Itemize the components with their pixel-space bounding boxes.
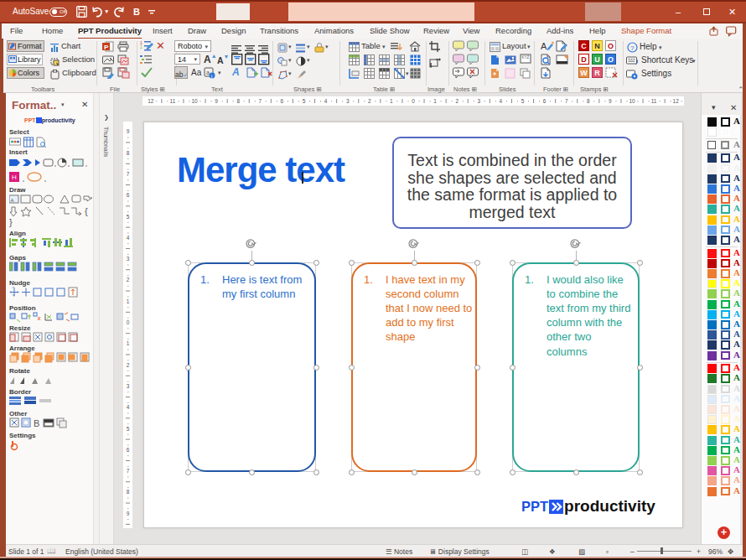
svg-text:?: ? <box>630 44 635 52</box>
svg-text:5: 5 <box>127 214 130 220</box>
svg-text:1: 1 <box>127 340 130 346</box>
svg-text:6: 6 <box>127 192 130 198</box>
svg-text:2: 2 <box>455 98 458 104</box>
svg-text:10: 10 <box>629 98 635 104</box>
svg-text:0: 0 <box>412 98 415 104</box>
svg-text:12: 12 <box>148 98 154 104</box>
svg-text:11: 11 <box>651 98 657 104</box>
svg-text:4: 4 <box>127 404 130 410</box>
svg-text:KYZ: KYZ <box>522 55 530 60</box>
svg-text:a: a <box>206 70 210 75</box>
svg-text:3: 3 <box>127 383 130 389</box>
svg-text:{: { <box>85 206 89 216</box>
svg-text:1: 1 <box>127 298 130 304</box>
svg-text:9: 9 <box>609 98 612 104</box>
svg-text:7: 7 <box>258 98 262 104</box>
svg-text:0: 0 <box>127 319 130 325</box>
svg-text:2: 2 <box>140 44 142 49</box>
svg-text:9: 9 <box>215 98 218 104</box>
svg-text:2: 2 <box>127 277 130 283</box>
svg-text:11: 11 <box>170 98 176 104</box>
svg-text:7: 7 <box>127 171 130 177</box>
svg-text:9: 9 <box>127 128 130 134</box>
svg-text:H: H <box>12 174 18 181</box>
svg-text:5: 5 <box>127 426 130 432</box>
svg-text:7: 7 <box>565 98 568 104</box>
svg-text:5: 5 <box>303 98 306 104</box>
svg-text:6: 6 <box>543 98 547 104</box>
svg-text:9: 9 <box>127 511 130 516</box>
svg-text:8: 8 <box>587 98 590 104</box>
svg-text:3: 3 <box>127 256 130 262</box>
svg-text:3: 3 <box>477 98 480 104</box>
svg-text:2: 2 <box>127 362 130 368</box>
svg-text:B: B <box>34 418 40 428</box>
svg-text:12: 12 <box>673 98 680 104</box>
svg-text:3: 3 <box>346 98 350 104</box>
svg-text:4: 4 <box>127 235 130 241</box>
svg-text:8: 8 <box>127 489 130 495</box>
svg-text:10: 10 <box>191 98 198 104</box>
svg-text:1: 1 <box>433 98 437 104</box>
svg-text:4: 4 <box>500 98 503 104</box>
svg-text:4: 4 <box>324 98 328 104</box>
svg-text:A: A <box>541 41 547 51</box>
svg-text:8: 8 <box>236 98 240 104</box>
svg-text:5: 5 <box>521 98 525 104</box>
svg-text:A: A <box>11 198 15 203</box>
svg-text:2: 2 <box>368 98 371 104</box>
svg-text:1: 1 <box>390 98 393 104</box>
svg-text:6: 6 <box>281 98 284 104</box>
svg-text:8: 8 <box>127 150 130 156</box>
svg-text:6: 6 <box>127 447 130 453</box>
svg-text:P: P <box>104 44 109 51</box>
svg-text:7: 7 <box>127 468 130 474</box>
